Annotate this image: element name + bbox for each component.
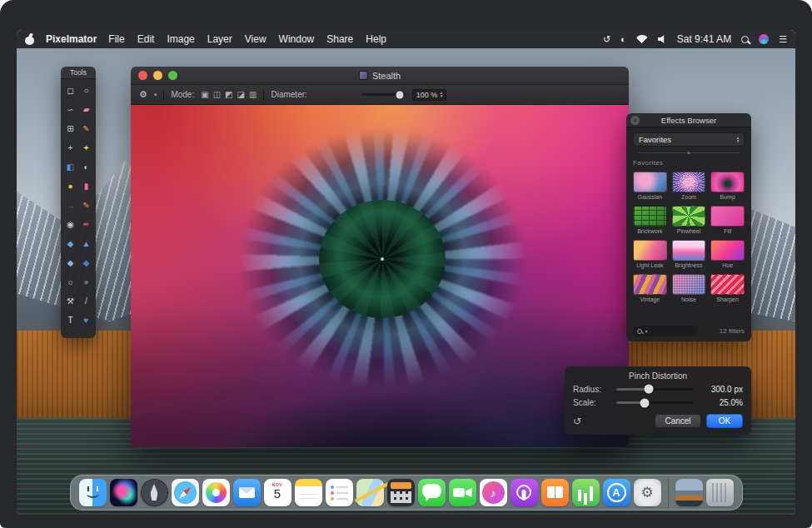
- dock-icon-photos[interactable]: [202, 479, 230, 506]
- close-window-button[interactable]: [138, 71, 147, 80]
- scale-slider-knob[interactable]: [640, 398, 650, 407]
- dock-icon-notes[interactable]: [295, 479, 322, 506]
- stepper-down-icon[interactable]: ▾: [440, 95, 442, 97]
- tool-burn-icon[interactable]: ●: [78, 273, 94, 291]
- tool-magic-wand-icon[interactable]: ✦: [78, 139, 94, 157]
- effect-sharpen-thumb[interactable]: [710, 274, 745, 295]
- volume-icon[interactable]: [658, 35, 667, 44]
- radius-slider[interactable]: [616, 388, 693, 391]
- effect-hue[interactable]: Hue: [710, 240, 745, 268]
- menu-help[interactable]: Help: [366, 33, 386, 45]
- effect-brightness[interactable]: Brightness: [672, 240, 706, 268]
- effect-pinwheel[interactable]: Pinwheel: [672, 206, 706, 234]
- dock-icon-numbers[interactable]: [572, 479, 600, 506]
- tool-eraser-icon[interactable]: ▰: [78, 101, 94, 118]
- mode-invert-icon[interactable]: ▥: [249, 90, 257, 99]
- diameter-slider-knob[interactable]: [396, 91, 403, 98]
- effect-hue-thumb[interactable]: [710, 240, 745, 261]
- tool-color-picker-icon[interactable]: ◐: [78, 158, 94, 176]
- tool-eye-icon[interactable]: ◉: [62, 216, 78, 233]
- dock-icon-app-store[interactable]: [603, 479, 630, 506]
- radius-slider-knob[interactable]: [644, 385, 653, 394]
- ok-button[interactable]: OK: [706, 414, 743, 428]
- dock-icon-system-preferences[interactable]: [634, 479, 661, 506]
- mode-replace-icon[interactable]: ▣: [201, 90, 208, 99]
- window-titlebar[interactable]: Stealth: [131, 67, 629, 85]
- effect-vintage-thumb[interactable]: [633, 274, 667, 295]
- effect-noise-thumb[interactable]: [672, 274, 706, 295]
- menu-image[interactable]: Image: [167, 33, 194, 45]
- effects-browser-titlebar[interactable]: × Effects Browser: [626, 113, 751, 127]
- effect-fill[interactable]: Fill: [710, 206, 745, 234]
- gear-icon[interactable]: ⚙: [139, 89, 147, 100]
- dock-icon-trash[interactable]: [706, 479, 734, 506]
- dock-icon-mail[interactable]: [233, 479, 261, 506]
- reset-icon[interactable]: ↺: [573, 416, 581, 427]
- effect-brickwork[interactable]: Brickwork: [633, 206, 667, 234]
- tool-clone-stamp-icon[interactable]: ⚒: [62, 292, 78, 310]
- tool-sharpen-icon[interactable]: ▲: [78, 235, 94, 252]
- dock-icon-itunes[interactable]: [480, 479, 507, 506]
- tool-dodge-icon[interactable]: ☼: [62, 273, 78, 291]
- wifi-icon[interactable]: [636, 35, 648, 43]
- dock-icon-calculator[interactable]: [387, 479, 415, 506]
- effect-pinwheel-thumb[interactable]: [672, 206, 706, 227]
- effect-bump-thumb[interactable]: [710, 172, 745, 192]
- notification-center-icon[interactable]: ☰: [779, 35, 787, 44]
- effect-light-leak[interactable]: Light Leak: [633, 240, 667, 268]
- effect-brickwork-thumb[interactable]: [633, 206, 667, 227]
- dock-icon-reminders[interactable]: [326, 479, 353, 506]
- tool-lasso-icon[interactable]: ∽: [62, 101, 78, 118]
- effect-vintage[interactable]: Vintage: [633, 274, 667, 302]
- menu-layer[interactable]: Layer: [207, 33, 232, 45]
- tool-fill-bucket-icon[interactable]: ●: [62, 177, 78, 195]
- image-canvas[interactable]: [131, 105, 629, 447]
- menu-file[interactable]: File: [108, 33, 124, 45]
- document-proxy-icon[interactable]: [359, 71, 368, 80]
- dock-icon-podcasts[interactable]: [511, 479, 538, 506]
- tool-rect-marquee-icon[interactable]: ◻: [62, 82, 78, 99]
- mode-intersect-icon[interactable]: ◪: [237, 90, 245, 99]
- effects-category-dropdown[interactable]: Favorites ▴▾: [633, 132, 745, 147]
- dock-icon-facetime[interactable]: [449, 479, 476, 506]
- menu-window[interactable]: Window: [279, 33, 315, 45]
- diameter-stepper[interactable]: ▴▾: [440, 92, 442, 97]
- spotlight-search-icon[interactable]: [741, 36, 749, 43]
- effect-noise[interactable]: Noise: [672, 274, 706, 302]
- effect-fill-thumb[interactable]: [710, 206, 745, 227]
- dock-icon-siri[interactable]: [110, 479, 137, 506]
- dock-icon-desktop-picture[interactable]: [675, 479, 703, 506]
- tool-pencil2-icon[interactable]: ✎: [78, 197, 94, 214]
- dock-icon-ibooks[interactable]: [541, 479, 569, 506]
- tool-move-icon[interactable]: +: [62, 139, 78, 157]
- cancel-button[interactable]: Cancel: [655, 414, 701, 428]
- effect-bump[interactable]: Bump: [710, 172, 745, 200]
- effect-gaussian[interactable]: Gaussian: [633, 172, 667, 200]
- tool-saturate-icon[interactable]: ◆: [78, 254, 94, 271]
- dock-icon-launchpad[interactable]: [141, 479, 168, 506]
- effect-gaussian-thumb[interactable]: [633, 172, 667, 192]
- time-machine-icon[interactable]: ↺: [603, 35, 610, 44]
- app-menu-title[interactable]: Pixelmator: [46, 33, 97, 45]
- tool-curve-icon[interactable]: →: [62, 197, 78, 214]
- mode-subtract-icon[interactable]: ◩: [225, 90, 232, 99]
- tool-pencil-icon[interactable]: ✎: [78, 120, 94, 137]
- dock-icon-calendar[interactable]: NOV 5: [264, 479, 291, 506]
- tool-gradient-icon[interactable]: ◧: [62, 158, 78, 176]
- minimize-window-button[interactable]: [153, 71, 162, 80]
- zoom-window-button[interactable]: [168, 71, 177, 80]
- tools-palette-title[interactable]: Tools: [61, 67, 96, 79]
- scale-slider[interactable]: [616, 401, 693, 404]
- pinch-panel-title[interactable]: Pinch Distortion: [573, 370, 743, 382]
- tool-eyedropper-icon[interactable]: ✒: [78, 216, 94, 233]
- menu-share[interactable]: Share: [326, 33, 353, 45]
- effect-sharpen[interactable]: Sharpen: [710, 274, 745, 302]
- dock-icon-messages[interactable]: [418, 479, 446, 506]
- apple-menu-icon[interactable]: [25, 34, 34, 45]
- tool-text-icon[interactable]: T: [62, 311, 78, 329]
- accessibility-icon[interactable]: ◐: [620, 35, 626, 44]
- diameter-slider[interactable]: [362, 93, 406, 96]
- effect-zoom-thumb[interactable]: [672, 172, 706, 192]
- siri-menu-icon[interactable]: [759, 34, 769, 44]
- tool-blur-icon[interactable]: ◆: [62, 235, 78, 252]
